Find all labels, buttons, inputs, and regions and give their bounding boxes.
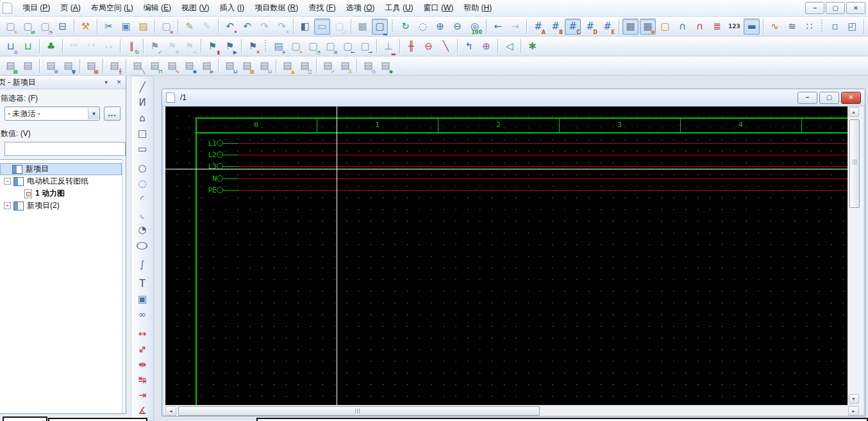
tree-item-1[interactable]: 新项目 bbox=[0, 163, 122, 175]
value-display-button[interactable]: 123 bbox=[726, 19, 742, 35]
connection-corner-button[interactable]: ↰ bbox=[461, 39, 477, 55]
vertical-scroll-thumb[interactable] bbox=[849, 119, 860, 208]
model-view-blue-button[interactable]: ▤◇ bbox=[360, 58, 376, 74]
zoom-in-button[interactable]: ⊕ bbox=[432, 19, 448, 35]
horizontal-scrollbar[interactable]: ◄ ► bbox=[165, 405, 859, 416]
check-apply-button[interactable]: ⚑→ bbox=[181, 39, 197, 55]
scroll-up-button[interactable]: ▲ bbox=[849, 107, 859, 117]
rectangle-2point-tool[interactable]: ▭ bbox=[135, 141, 151, 157]
hyperlink-tool[interactable]: ∞ bbox=[135, 307, 151, 322]
parts-nav-button[interactable]: ⊔ bbox=[20, 39, 36, 55]
cabinet-navigator-button[interactable]: ▤▦ bbox=[83, 58, 99, 74]
connection-symbols-button[interactable]: ∷ bbox=[801, 19, 817, 35]
terminal-strip-definition-button[interactable]: ╫ bbox=[403, 39, 419, 55]
device-navigator-button[interactable]: ▤▦ bbox=[3, 58, 19, 74]
zoom-window-button[interactable]: ◌ bbox=[415, 19, 431, 35]
signal-tracking-button[interactable]: ≋ bbox=[784, 19, 800, 35]
format-paint-assign-button[interactable]: ✎ bbox=[199, 19, 215, 35]
redo-button[interactable]: ↷ bbox=[256, 19, 272, 35]
dim-baseline-tool[interactable]: ⇥ bbox=[135, 388, 151, 403]
menu-item-10[interactable]: 工具 (U) bbox=[380, 1, 419, 15]
page-back-button[interactable]: ← bbox=[490, 19, 506, 35]
spline-tool[interactable]: ∫ bbox=[135, 257, 151, 272]
potential-connection-button[interactable]: ◁ bbox=[501, 39, 517, 55]
menu-item-12[interactable]: 帮助 (H) bbox=[458, 1, 497, 15]
export-page-button[interactable]: ▢→ bbox=[357, 39, 373, 55]
ellipse-tool[interactable]: ○ bbox=[135, 237, 151, 253]
dim-linear-tool[interactable]: ↔ bbox=[135, 326, 151, 341]
menu-item-4[interactable]: 编辑 (E) bbox=[138, 1, 176, 15]
page-macro-button[interactable]: ▢◔ bbox=[305, 39, 321, 55]
toolbar-grip[interactable] bbox=[821, 20, 824, 33]
paste-button[interactable]: ▤ bbox=[135, 19, 151, 35]
interruption-navigator-button[interactable]: ▤╲ bbox=[129, 58, 146, 74]
tree-item-4[interactable]: +新项目(2) bbox=[0, 200, 122, 212]
error-log-button[interactable]: ⚑▮ bbox=[204, 39, 221, 55]
arc-3point-tool[interactable]: ◜ bbox=[135, 191, 151, 207]
check-project-button[interactable]: ⚑✓ bbox=[147, 39, 163, 55]
polygon-tool[interactable]: ⌂ bbox=[135, 110, 151, 126]
renumber-cables-button[interactable]: ₁ ₂ bbox=[101, 39, 117, 55]
grid-view-button[interactable]: ▦ bbox=[355, 19, 371, 35]
expand-icon[interactable]: + bbox=[4, 202, 11, 209]
workbook-preview-button[interactable]: ▭ bbox=[314, 19, 330, 35]
anchor-navigator-button[interactable]: ▤⚓ bbox=[337, 58, 353, 74]
window-minimize-button[interactable]: – bbox=[805, 2, 824, 14]
plc-navigator-button[interactable]: ▤⊓ bbox=[147, 58, 163, 74]
circle-3point-tool[interactable]: ◌ bbox=[135, 176, 151, 191]
selection-navigator-button[interactable]: ▤◻ bbox=[297, 58, 313, 74]
menu-item-6[interactable]: 插入 (I) bbox=[214, 1, 249, 15]
copy-pages-button[interactable]: ▤+ bbox=[271, 39, 287, 55]
message-management-button[interactable]: ▤▲ bbox=[280, 58, 296, 74]
placeholder-object-button[interactable]: ◰ bbox=[844, 19, 860, 35]
snap-grid-a-button[interactable]: #A bbox=[530, 19, 546, 35]
page-lock-button[interactable]: ▢⊘ bbox=[322, 39, 338, 55]
menu-item-9[interactable]: 选项 (O) bbox=[341, 1, 380, 15]
stamp-button[interactable]: ⊥▂ bbox=[380, 39, 396, 55]
snap-grid-c-button[interactable]: #C bbox=[565, 19, 581, 35]
schematic-canvas[interactable]: 01234L1L2L3NPE bbox=[165, 107, 847, 405]
cable-navigator-button[interactable]: ▤∿ bbox=[164, 58, 180, 74]
logic-editor-button[interactable]: ≣ bbox=[709, 19, 725, 35]
parts-list-navigator-button[interactable]: ▤⊔ bbox=[222, 58, 238, 74]
snap-grid-b-button[interactable]: #B bbox=[547, 19, 563, 35]
terminal-navigator-button[interactable]: ▤⊙ bbox=[43, 58, 59, 74]
settings-wrench-button[interactable]: ⚒ bbox=[78, 19, 94, 35]
print-button[interactable]: ⊟ bbox=[54, 19, 71, 35]
update-connections-button[interactable]: ∥↻ bbox=[124, 39, 140, 55]
panel-close-icon[interactable]: ✕ bbox=[113, 77, 124, 87]
menu-item-7[interactable]: 项目数据 (R) bbox=[249, 1, 303, 15]
menu-item-2[interactable]: 页 (A) bbox=[55, 1, 85, 15]
snap-grid-e-button[interactable]: #E bbox=[599, 19, 615, 35]
panel-menu-icon[interactable]: ▾ bbox=[101, 77, 112, 87]
undo-button[interactable]: ↶ bbox=[239, 19, 255, 35]
sector-tool[interactable]: ◔ bbox=[135, 222, 151, 237]
new-page-type-button[interactable]: ▢✶ bbox=[288, 39, 304, 55]
potential-definition-button[interactable]: ⊖ bbox=[421, 39, 437, 55]
page-check-button[interactable]: ▢✓ bbox=[331, 19, 347, 35]
vertical-scrollbar[interactable]: ▲ ▼ bbox=[847, 107, 859, 405]
menu-item-8[interactable]: 查找 (F) bbox=[303, 1, 341, 15]
connection-node-button[interactable]: ⊕ bbox=[478, 39, 494, 55]
doc-minimize-button[interactable]: – bbox=[797, 92, 817, 104]
renumber-terminals-button[interactable]: ¹ ² bbox=[83, 39, 99, 55]
page-history-button[interactable]: ▢◔ bbox=[37, 19, 53, 35]
page-forward-button[interactable]: → bbox=[507, 19, 523, 35]
collapse-icon[interactable]: − bbox=[4, 178, 11, 185]
parts-nav-back-button[interactable]: ⊔≡ bbox=[3, 39, 19, 55]
plug-navigator-button[interactable]: ▤ψ bbox=[60, 58, 76, 74]
new-window-button[interactable]: ◧ bbox=[297, 19, 313, 35]
image-tool[interactable]: ▣ bbox=[135, 291, 151, 307]
delete-selection-button[interactable]: ▢✕ bbox=[158, 19, 174, 35]
dim-angle-tool[interactable]: ∡ bbox=[135, 403, 151, 418]
interruption-point-button[interactable]: ╲ bbox=[438, 39, 454, 55]
document-titlebar[interactable]: /1 –▢✕ bbox=[162, 89, 865, 107]
workspace-view-button[interactable]: ▢▂ bbox=[372, 19, 388, 35]
grid-toggle-button[interactable]: ▦ bbox=[622, 19, 638, 35]
dim-chain-tool[interactable]: ⇼ bbox=[135, 357, 151, 372]
terminal-strips-navigator-button[interactable]: ▤╫ bbox=[106, 58, 122, 74]
model-view-green-button[interactable]: ▤◆ bbox=[378, 58, 394, 74]
parts-master-data-button[interactable]: ▤⊔ bbox=[256, 58, 272, 74]
doc-close-button[interactable]: ✕ bbox=[841, 92, 861, 104]
redo-list-button[interactable]: ↷• bbox=[274, 19, 290, 35]
